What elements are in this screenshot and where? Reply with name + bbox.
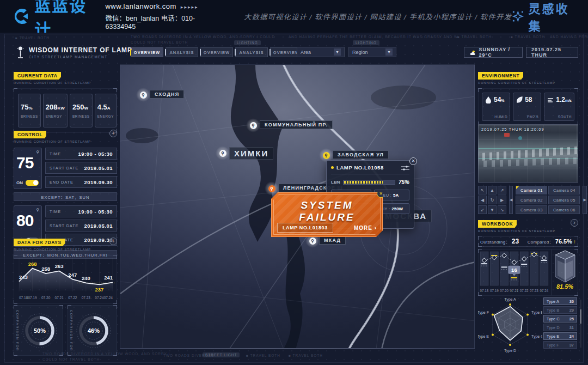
camera-button-2[interactable]: Camera 02	[516, 196, 547, 204]
svg-text:07.21: 07.21	[55, 296, 64, 300]
tab-overview-2[interactable]: OVERVIEW	[200, 47, 233, 57]
camera-dpad: ↖▲↗◀↻▶↙▼↘	[478, 186, 506, 214]
city-map[interactable]: ⚲СХОДНЯ⚲КОММУНАЛЬНЫЙ ПР.⚲ХИМКИ⚲ЗАВОДСКАЯ…	[120, 64, 475, 349]
pan-right-button[interactable]: ▶	[498, 196, 506, 204]
tab-analysis-1[interactable]: ANALYSIS	[166, 47, 198, 57]
type-row-type-c[interactable]: Type C25	[543, 315, 577, 323]
camera-button-4[interactable]: Camera 04	[548, 186, 580, 194]
comparison-gauge-0: COMPARISON FOR50%	[14, 305, 63, 356]
scrollbar-thumb[interactable]	[580, 309, 581, 324]
stat-label: ENERGY	[46, 114, 65, 118]
pan-up-right-button[interactable]: ↗	[498, 186, 506, 194]
map-pin-white[interactable]: ⚲	[216, 146, 230, 160]
inspiration-collect[interactable]: 灵感收集	[512, 0, 576, 34]
more-button[interactable]: MORE ›	[354, 225, 377, 231]
week-add-button[interactable]: +	[109, 238, 117, 245]
camera-button-3[interactable]: Camera 03	[516, 205, 547, 214]
current-data-panel: CURRENT DATA RUNNING CONDITION OF STREET…	[14, 70, 117, 133]
corner-bracket	[478, 249, 482, 253]
top-bar: WISDOM INTERNET OF LAMP CITY STREETLAMP …	[0, 46, 588, 60]
camera-controls: ↖▲↗◀↻▶↙▼↘ ◀ Camera 01Camera 02Camera 03C…	[478, 186, 578, 214]
page-subtitle: CITY STREETLAMP MANAGEMENT	[29, 55, 132, 59]
tab-analysis-3[interactable]: ANALYSIS	[235, 47, 268, 57]
svg-text:46%: 46%	[88, 327, 100, 334]
field-value: 250W	[391, 206, 403, 211]
corner-bracket	[68, 352, 71, 356]
site-url[interactable]: www.lanlanwork.com	[105, 2, 176, 10]
svg-text:07.22: 07.22	[68, 296, 77, 300]
stat-value: 250W	[72, 103, 90, 111]
workbook-next-button[interactable]: ›	[571, 219, 578, 227]
camera-page-right-button[interactable]: ▶	[583, 186, 586, 214]
svg-text:Type C: Type C	[531, 334, 542, 339]
pan-down-left-button[interactable]: ↙	[478, 205, 487, 214]
chevron-down-icon[interactable]: ▾	[334, 48, 341, 56]
camera-button-5[interactable]: Camera 05	[548, 196, 580, 204]
env-label: PM2.5	[516, 115, 538, 119]
env-value: 58	[525, 96, 532, 104]
pan-up-left-button[interactable]: ↖	[478, 186, 487, 194]
brightness-level: 75	[16, 154, 39, 172]
map-place-label[interactable]: СХОДНЯ	[150, 90, 184, 99]
schedule-row[interactable]: TIME19:00 - 05:30	[45, 148, 117, 160]
type-row-type-d[interactable]: Type D31	[543, 324, 577, 331]
brightness-level-box: ⚲75ON	[14, 148, 42, 189]
outstanding-value: 23	[512, 238, 519, 245]
type-row-type-b[interactable]: Type B29	[543, 306, 577, 314]
pan-down-right-button[interactable]: ↘	[498, 205, 506, 214]
compared-value: 76.5%	[555, 238, 572, 245]
svg-text:Type E: Type E	[478, 334, 489, 339]
sliders-icon[interactable]	[401, 165, 409, 171]
chevron-down-icon[interactable]: ▾	[385, 48, 393, 56]
close-icon[interactable]: ✕	[409, 157, 417, 165]
lamp-pin-icon: ⚲	[309, 238, 316, 245]
power-toggle[interactable]	[26, 180, 39, 186]
tab-overview-0[interactable]: OVERVIEW	[131, 47, 163, 57]
rotate-button[interactable]: ↻	[488, 196, 497, 204]
corner-bracket	[574, 249, 578, 253]
map-pin-white[interactable]: ⚲	[246, 118, 260, 132]
type-radar-panel: Type AType BType CType DType EType F Typ…	[478, 293, 578, 354]
lamp-pin-icon: ⚲	[250, 122, 257, 129]
status-dot	[331, 166, 334, 169]
svg-text:Type D: Type D	[504, 349, 516, 353]
brightness-slider[interactable]	[343, 180, 395, 185]
area-select[interactable]: Area ▾	[297, 47, 345, 57]
lanlan-logo-icon	[12, 6, 30, 27]
system-failure-popup: ✕ SYSTEM FAILURE LAMP NO.L01803 MORE ›	[271, 192, 383, 237]
schedule-row[interactable]: START DATE2019.05.01	[45, 220, 117, 232]
region-select[interactable]: Region ▾	[348, 47, 396, 57]
type-row-type-f[interactable]: Type F37	[543, 341, 577, 349]
control-group-0: ⚲75ONTIME19:00 - 05:30START DATE2019.05.…	[14, 148, 117, 189]
pan-down-button[interactable]: ▼	[488, 205, 497, 214]
camera-video-feed[interactable]: 2019.07.25 THUR 18:20:09	[478, 124, 578, 182]
map-place-label[interactable]: МКАД	[319, 236, 346, 245]
current-stats-frame: 75%BRINESS208KWENERGY250WBRINESS4.5AENER…	[14, 88, 117, 133]
map-place-label[interactable]: ХИМКИ	[229, 147, 273, 160]
camera-button-1[interactable]: Camera 01	[516, 186, 547, 194]
control-tag: CONTROL	[14, 131, 46, 138]
pan-left-button[interactable]: ◀	[478, 196, 487, 204]
schedule-row[interactable]: START DATE2019.05.01	[45, 162, 117, 174]
environment-frame: 54%HUMID58PM2.51.2m/sSOUTH	[478, 88, 578, 125]
svg-text:Type A: Type A	[504, 297, 516, 302]
map-place-label[interactable]: КОММУНАЛЬНЫЙ ПР.	[260, 120, 333, 129]
schedule-value: 2019.09.30	[84, 179, 113, 185]
type-row-type-e[interactable]: Type E24	[543, 332, 577, 340]
lamp-pin-icon: ⚲	[323, 152, 330, 159]
services-list: 大数据可视化设计 / 软件界面设计 / 网站建设 / 手机及小程序设计 / 软件…	[244, 11, 512, 22]
decor-text: AND HAVING PERHAPS THE BETTER	[550, 35, 588, 39]
schedule-row[interactable]: TIME19:00 - 05:30	[45, 205, 117, 217]
decor-text: ■ TRAVEL BOTH	[457, 35, 492, 39]
map-pin-white[interactable]: ⚲	[136, 88, 150, 102]
camera-button-6[interactable]: Camera 06	[548, 205, 580, 214]
schedule-row[interactable]: END DATE2019.09.30	[45, 176, 117, 188]
camera-page-left-button[interactable]: ◀	[509, 186, 513, 214]
scrollbar[interactable]	[580, 300, 581, 348]
week-line-chart: 24307.1826807.1925807.2026307.2124707.22…	[14, 256, 117, 303]
pan-up-button[interactable]: ▲	[488, 186, 497, 194]
control-add-button[interactable]: +	[109, 130, 117, 137]
map-place-label[interactable]: ЗАВОДСКАЯ УЛ	[333, 150, 389, 159]
workbook-stats: Outstanding： 23 Compared： 76.5% ↑	[478, 236, 578, 247]
type-row-type-a[interactable]: Type A36	[543, 297, 577, 305]
